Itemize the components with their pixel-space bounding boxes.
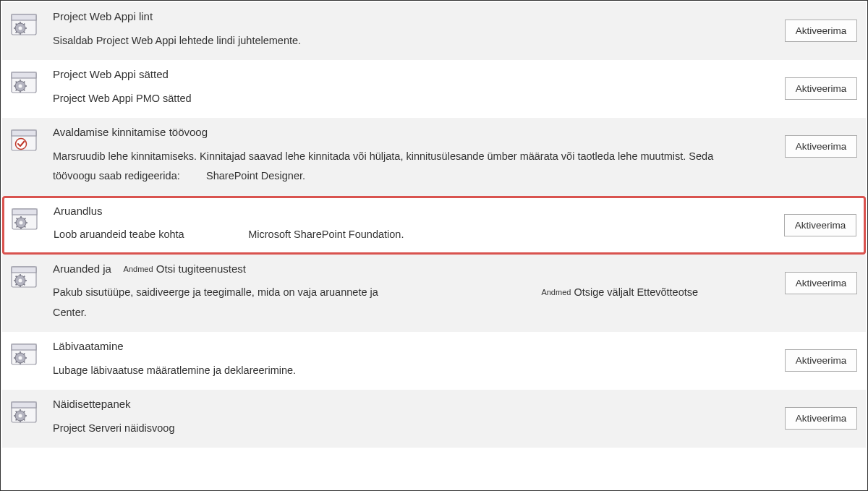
feature-gear-icon [12, 207, 38, 231]
feature-text-cell: LäbivaatamineLubage läbivaatuse määratle… [50, 339, 770, 380]
feature-text-cell: Project Web Appi lintSisaldab Project We… [50, 9, 770, 51]
feature-action-cell: Aktiveerima [770, 125, 857, 158]
feature-description: Lubage läbivaatuse määratlemine ja dekla… [53, 361, 756, 381]
feature-text-cell: AruandlusLoob aruandeid teabe kohta Micr… [51, 204, 770, 245]
activate-button[interactable]: Aktiveerima [785, 349, 857, 372]
feature-action-cell: Aktiveerima [770, 67, 857, 100]
feature-icon-cell [11, 339, 50, 367]
workflow-check-icon [11, 128, 37, 153]
activate-button[interactable]: Aktiveerima [785, 407, 857, 430]
feature-title: Project Web Appi lint [53, 9, 756, 24]
feature-description: Sisaldab Project Web Appi lehtede lindi … [53, 31, 756, 51]
feature-gear-icon [11, 12, 37, 37]
feature-icon-cell [11, 9, 50, 37]
feature-list: Project Web Appi lintSisaldab Project We… [2, 2, 866, 448]
feature-title: Project Web Appi sätted [53, 67, 756, 82]
feature-text-cell: Aruanded ja Andmed Otsi tugiteenustestPa… [50, 262, 770, 323]
feature-gear-icon [11, 342, 37, 367]
feature-gear-icon [11, 265, 37, 289]
feature-text-cell: Avaldamise kinnitamise töövoogMarsruudib… [50, 125, 770, 187]
feature-title: Aruandlus [54, 204, 755, 218]
activate-button[interactable]: Aktiveerima [785, 272, 857, 294]
feature-icon-cell [11, 397, 50, 424]
feature-action-cell: Aktiveerima [770, 339, 857, 372]
activate-button[interactable]: Aktiveerima [784, 214, 856, 236]
feature-gear-icon [11, 400, 37, 424]
feature-text-cell: NäidisettepanekProject Serveri näidisvoo… [50, 397, 770, 438]
feature-description: Project Serveri näidisvoog [53, 419, 756, 439]
activate-button[interactable]: Aktiveerima [785, 77, 857, 100]
feature-icon-cell [11, 125, 50, 153]
feature-gear-icon [11, 70, 37, 95]
feature-row: AruandlusLoob aruandeid teabe kohta Micr… [2, 196, 866, 255]
feature-action-cell: Aktiveerima [770, 262, 857, 294]
feature-title: Näidisettepanek [53, 397, 756, 411]
feature-row: Project Web Appi lintSisaldab Project We… [2, 2, 866, 60]
feature-text-cell: Project Web Appi sättedProject Web Appi … [50, 67, 770, 108]
activate-button[interactable]: Aktiveerima [785, 20, 857, 42]
feature-title: Läbivaatamine [53, 339, 756, 354]
feature-description: Pakub sisutüüpe, saidiveerge ja teegimal… [53, 283, 756, 323]
feature-row: LäbivaatamineLubage läbivaatuse määratle… [2, 332, 866, 390]
feature-description: Loob aruandeid teabe kohta Microsoft Sha… [54, 225, 755, 245]
feature-action-cell: Aktiveerima [770, 9, 857, 42]
feature-row: Project Web Appi sättedProject Web Appi … [2, 60, 866, 118]
feature-icon-cell [11, 67, 50, 95]
feature-row: Avaldamise kinnitamise töövoogMarsruudib… [2, 118, 866, 196]
feature-title: Aruanded ja Andmed Otsi tugiteenustest [53, 262, 756, 276]
feature-description: Marsruudib lehe kinnitamiseks. Kinnitaja… [53, 147, 756, 187]
feature-row: Aruanded ja Andmed Otsi tugiteenustestPa… [2, 255, 866, 333]
feature-icon-cell [12, 204, 51, 231]
activate-button[interactable]: Aktiveerima [785, 135, 857, 158]
feature-action-cell: Aktiveerima [770, 397, 857, 430]
feature-title: Avaldamise kinnitamise töövoog [53, 125, 756, 140]
feature-description: Project Web Appi PMO sätted [53, 89, 756, 109]
feature-row: NäidisettepanekProject Serveri näidisvoo… [2, 390, 866, 448]
feature-action-cell: Aktiveerima [770, 204, 856, 236]
feature-icon-cell [11, 262, 50, 289]
